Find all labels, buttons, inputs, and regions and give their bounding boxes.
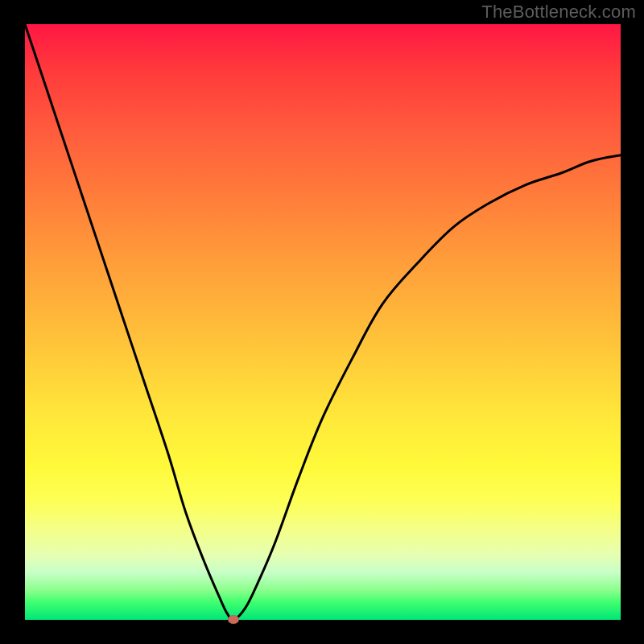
current-point-marker [228, 615, 239, 624]
chart-frame: TheBottleneck.com [0, 0, 644, 644]
bottleneck-curve [25, 24, 621, 620]
watermark-text: TheBottleneck.com [481, 2, 636, 23]
